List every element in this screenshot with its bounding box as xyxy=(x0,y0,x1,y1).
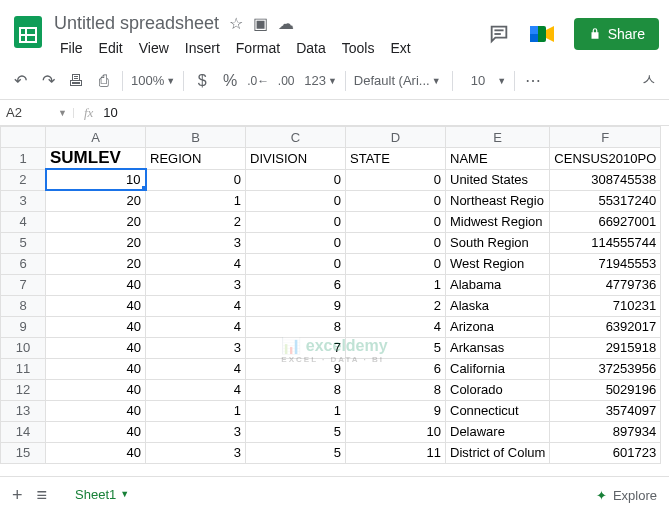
cell[interactable]: 0 xyxy=(246,190,346,211)
menu-file[interactable]: File xyxy=(54,38,89,58)
cell[interactable]: 40 xyxy=(46,421,146,442)
cell[interactable]: 10 xyxy=(46,169,146,190)
cell[interactable]: 11 xyxy=(346,442,446,463)
cell[interactable]: 20 xyxy=(46,211,146,232)
cell[interactable]: 4 xyxy=(146,316,246,337)
cell[interactable]: South Region xyxy=(446,232,550,253)
cell[interactable]: STATE xyxy=(346,148,446,170)
cell[interactable]: 6 xyxy=(246,274,346,295)
row-header[interactable]: 8 xyxy=(1,295,46,316)
collapse-icon[interactable]: ㅅ xyxy=(639,71,659,91)
cell[interactable]: NAME xyxy=(446,148,550,170)
menu-ext[interactable]: Ext xyxy=(384,38,416,58)
select-all-cell[interactable] xyxy=(1,127,46,148)
cell[interactable]: 9 xyxy=(246,295,346,316)
name-box-dropdown[interactable]: ▼ xyxy=(58,108,74,118)
sheet-tab[interactable]: Sheet1 ▼ xyxy=(61,481,143,511)
cell[interactable]: 8 xyxy=(246,316,346,337)
cell[interactable]: 5 xyxy=(346,337,446,358)
cell[interactable]: 9 xyxy=(346,400,446,421)
row-header[interactable]: 10 xyxy=(1,337,46,358)
all-sheets-button[interactable]: ≡ xyxy=(37,485,48,506)
cell[interactable]: 0 xyxy=(246,232,346,253)
zoom-select[interactable]: 100% ▼ xyxy=(131,73,175,88)
cell[interactable]: 0 xyxy=(346,190,446,211)
cell[interactable]: CENSUS2010PO xyxy=(550,148,661,170)
row-header[interactable]: 15 xyxy=(1,442,46,463)
cell[interactable]: 710231 xyxy=(550,295,661,316)
cell[interactable]: SUMLEV xyxy=(46,148,146,170)
menu-format[interactable]: Format xyxy=(230,38,286,58)
comments-icon[interactable] xyxy=(488,23,510,45)
row-header[interactable]: 4 xyxy=(1,211,46,232)
cell[interactable]: United States xyxy=(446,169,550,190)
cell[interactable]: 601723 xyxy=(550,442,661,463)
col-header-F[interactable]: F xyxy=(550,127,661,148)
redo-icon[interactable]: ↷ xyxy=(38,71,58,91)
row-header[interactable]: 14 xyxy=(1,421,46,442)
cell[interactable]: 40 xyxy=(46,295,146,316)
cell[interactable]: 1 xyxy=(246,400,346,421)
menu-tools[interactable]: Tools xyxy=(336,38,381,58)
cell[interactable]: 897934 xyxy=(550,421,661,442)
cell[interactable]: REGION xyxy=(146,148,246,170)
dec-increase-icon[interactable]: .00 xyxy=(276,71,296,91)
cell[interactable]: 0 xyxy=(346,169,446,190)
font-size-select[interactable]: 10 ▼ xyxy=(461,73,506,88)
paint-format-icon[interactable]: ⎙ xyxy=(94,71,114,91)
col-header-A[interactable]: A xyxy=(46,127,146,148)
row-header[interactable]: 13 xyxy=(1,400,46,421)
cell[interactable]: 5 xyxy=(246,421,346,442)
menu-edit[interactable]: Edit xyxy=(93,38,129,58)
cell[interactable]: 5 xyxy=(246,442,346,463)
cell[interactable]: Midwest Region xyxy=(446,211,550,232)
share-button[interactable]: Share xyxy=(574,18,659,50)
doc-title[interactable]: Untitled spreadsheet xyxy=(54,13,219,34)
cell[interactable]: 4 xyxy=(146,379,246,400)
star-icon[interactable]: ☆ xyxy=(229,14,243,33)
meet-icon[interactable] xyxy=(524,16,560,52)
cell[interactable]: 6392017 xyxy=(550,316,661,337)
cell[interactable]: 20 xyxy=(46,190,146,211)
cell[interactable]: Northeast Regio xyxy=(446,190,550,211)
cell[interactable]: 7 xyxy=(246,337,346,358)
cell[interactable]: 8 xyxy=(346,379,446,400)
row-header[interactable]: 6 xyxy=(1,253,46,274)
dec-decrease-icon[interactable]: .0← xyxy=(248,71,268,91)
cell[interactable]: 4 xyxy=(146,358,246,379)
row-header[interactable]: 3 xyxy=(1,190,46,211)
cell[interactable]: 3 xyxy=(146,274,246,295)
cell[interactable]: 0 xyxy=(246,169,346,190)
cell[interactable]: 0 xyxy=(346,232,446,253)
row-header[interactable]: 11 xyxy=(1,358,46,379)
col-header-B[interactable]: B xyxy=(146,127,246,148)
menu-view[interactable]: View xyxy=(133,38,175,58)
cell[interactable]: Colorado xyxy=(446,379,550,400)
add-sheet-button[interactable]: + xyxy=(12,485,23,506)
cell[interactable]: 10 xyxy=(346,421,446,442)
cell[interactable]: Arizona xyxy=(446,316,550,337)
cell[interactable]: 5029196 xyxy=(550,379,661,400)
cell[interactable]: Alaska xyxy=(446,295,550,316)
cell[interactable]: 0 xyxy=(346,211,446,232)
col-header-C[interactable]: C xyxy=(246,127,346,148)
cell[interactable]: 55317240 xyxy=(550,190,661,211)
cell[interactable]: 9 xyxy=(246,358,346,379)
cell[interactable]: 1 xyxy=(146,400,246,421)
cell[interactable]: 40 xyxy=(46,358,146,379)
row-header[interactable]: 12 xyxy=(1,379,46,400)
cell[interactable]: 114555744 xyxy=(550,232,661,253)
cell[interactable]: 0 xyxy=(246,211,346,232)
row-header[interactable]: 2 xyxy=(1,169,46,190)
cell[interactable]: 66927001 xyxy=(550,211,661,232)
cell[interactable]: 71945553 xyxy=(550,253,661,274)
row-header[interactable]: 7 xyxy=(1,274,46,295)
more-icon[interactable]: ⋯ xyxy=(523,71,543,91)
currency-icon[interactable]: $ xyxy=(192,71,212,91)
row-header[interactable]: 1 xyxy=(1,148,46,170)
menu-insert[interactable]: Insert xyxy=(179,38,226,58)
cell[interactable]: Alabama xyxy=(446,274,550,295)
cell[interactable]: 1 xyxy=(346,274,446,295)
cell[interactable]: 4 xyxy=(146,295,246,316)
cell[interactable]: 37253956 xyxy=(550,358,661,379)
